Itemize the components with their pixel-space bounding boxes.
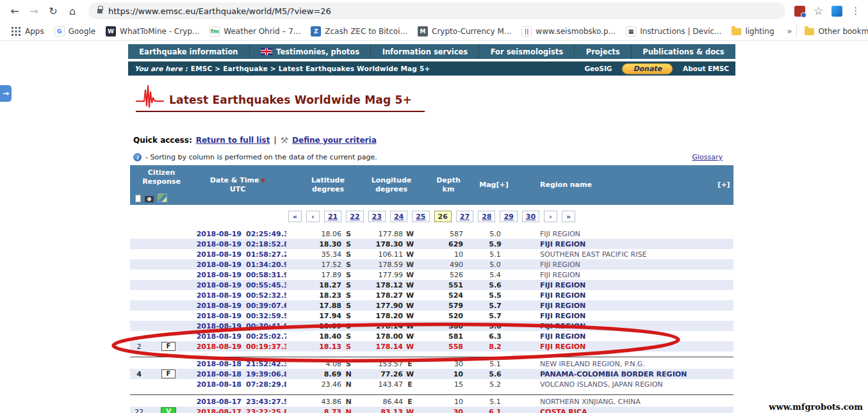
cell-lat: 17.52: [286, 261, 341, 269]
cell-depth: 490: [417, 261, 463, 269]
earthquake-row[interactable]: 2018-08-1900:52:32.518.23S178.27W5245.5F…: [130, 290, 733, 300]
camera-icon[interactable]: [145, 196, 154, 202]
browser-menu-icon[interactable]: ⋮: [851, 5, 860, 17]
bookmark-item[interactable]: WWhatToMine - Cryp...: [101, 24, 204, 38]
earthquake-row[interactable]: 2018-08-1900:32:59.517.94S178.20W5205.7F…: [130, 311, 733, 321]
define-criteria-link[interactable]: Define your criteria: [292, 136, 377, 145]
page-first-button[interactable]: «: [288, 211, 302, 222]
cell-region: FIJI REGION: [505, 271, 714, 279]
about-emsc-link[interactable]: About EMSC: [683, 65, 729, 72]
citizen-response-badge[interactable]: F: [161, 369, 176, 378]
reload-button[interactable]: ↻: [45, 3, 61, 19]
header-magnitude[interactable]: Mag[+]: [463, 165, 505, 205]
side-panel-tab[interactable]: →: [0, 85, 12, 102]
header-longitude[interactable]: Longitude degrees: [356, 165, 417, 205]
page-button-29[interactable]: 29: [500, 211, 517, 222]
bookmark-item[interactable]: MCrypto-Currency M...: [413, 24, 516, 38]
earthquake-row[interactable]: 2018-08-1807:28:29.823.46N143.47E155.2VO…: [130, 379, 733, 389]
page-button-21[interactable]: 21: [324, 211, 341, 222]
page-button-23[interactable]: 23: [368, 211, 386, 222]
bookmark-item[interactable]: lighting: [726, 25, 779, 38]
cell-time: 07:28:29.8: [242, 380, 286, 389]
cell-lond: W: [403, 322, 417, 330]
cell-date: 2018-08-18: [189, 370, 242, 378]
cell-lond: W: [403, 408, 417, 413]
cell-date: 2018-08-19: [189, 261, 242, 269]
cell-lat: 18.13: [286, 343, 341, 351]
cell-mag: 5.1: [463, 398, 505, 406]
cell-depth: 10: [417, 398, 463, 406]
breadcrumb-path[interactable]: EMSC > Earthquake > Latest Earthquakes W…: [191, 65, 430, 72]
nav-item[interactable]: For seismologists: [479, 44, 574, 59]
nav-item[interactable]: Publications & docs: [631, 44, 735, 59]
extension-icon-blue[interactable]: [831, 6, 842, 17]
page-button-28[interactable]: 28: [478, 211, 495, 222]
donate-button[interactable]: Donate: [622, 63, 673, 74]
page-button-26[interactable]: 26: [434, 211, 452, 222]
bookmark-item[interactable]: GGoogle: [49, 24, 101, 38]
back-button[interactable]: ←: [6, 3, 23, 19]
bookmarks-overflow-chevron[interactable]: »: [783, 26, 796, 36]
header-citizen-response[interactable]: Citizen Response: [130, 165, 189, 205]
header-latitude[interactable]: Latitude degrees: [286, 165, 356, 205]
earthquake-row[interactable]: 2018-08-1900:30:41.918.09S178.14W5805.6F…: [130, 321, 733, 331]
earthquake-row[interactable]: 2018-08-1900:39:07.617.88S177.90W5795.7F…: [130, 300, 733, 311]
bookmark-item[interactable]: ||www.seismobsko.p...: [516, 24, 621, 38]
cell-date: 2018-08-19: [189, 322, 242, 330]
page-next-button[interactable]: ›: [544, 211, 557, 222]
cell-depth: 30: [417, 408, 463, 413]
extension-icon-red[interactable]: [794, 6, 805, 17]
earthquake-row[interactable]: 2018-08-1901:34:20.917.52S178.59W4905.0F…: [130, 259, 733, 270]
address-bar[interactable]: https://www.emsc.eu/Earthquake/world/M5/…: [88, 3, 785, 19]
earthquake-row[interactable]: 2018-08-1902:25:49.318.06S177.88W5875.0F…: [130, 229, 733, 239]
citizen-response-badge[interactable]: F: [161, 342, 176, 351]
geosig-link[interactable]: GeoSIG: [584, 65, 612, 72]
earthquake-row[interactable]: 4F2018-08-1819:39:06.88.69N77.26W105.6PA…: [130, 369, 733, 379]
return-to-full-list-link[interactable]: Return to full list: [196, 136, 270, 145]
nav-item[interactable]: Projects: [574, 44, 630, 59]
glossary-link[interactable]: Glossary: [692, 153, 723, 161]
earthquake-row[interactable]: 2018-08-1900:25:02.718.40S178.00W5816.3F…: [130, 331, 733, 341]
citizen-response-badge[interactable]: V: [161, 407, 176, 413]
header-expand[interactable]: [+]: [714, 165, 733, 205]
cell-lon: 178.30: [356, 240, 403, 248]
page-button-27[interactable]: 27: [456, 211, 473, 222]
nav-item[interactable]: Information services: [370, 44, 479, 59]
bookmark-star-icon[interactable]: ☆: [814, 6, 823, 17]
forward-button[interactable]: →: [26, 3, 42, 19]
header-date-time[interactable]: Date & Time▼ UTC: [189, 165, 286, 205]
earthquake-row[interactable]: 2018-08-1900:55:45.318.27S178.12W5515.6F…: [130, 280, 733, 290]
apps-button[interactable]: Apps: [6, 25, 49, 38]
earthquake-row[interactable]: 2F2018-08-1900:19:37.318.13S178.14W5588.…: [130, 341, 733, 352]
page-button-25[interactable]: 25: [412, 211, 429, 222]
bookmark-item[interactable]: ▦Instructions | Devic...: [621, 24, 726, 38]
folder-icon: [805, 28, 814, 35]
earthquake-row[interactable]: 2018-08-1900:58:31.917.89S177.99W5265.4F…: [130, 270, 733, 280]
nav-item[interactable]: Testimonies, photos: [249, 44, 371, 59]
earthquake-row[interactable]: 22V2018-08-1723:22:25.88.73N83.13W306.1C…: [130, 407, 733, 413]
header-depth[interactable]: Depth km: [417, 165, 463, 205]
other-bookmarks[interactable]: Other bookmarks: [796, 25, 868, 38]
cell-latd: S: [341, 343, 356, 351]
earthquake-row[interactable]: 2018-08-1723:43:27.543.86N86.44E105.1NOR…: [130, 396, 733, 407]
favicon: W: [106, 26, 116, 36]
page-prev-button[interactable]: ‹: [306, 211, 320, 222]
bookmark-item[interactable]: fmWeather Ohrid – 7...: [204, 24, 306, 38]
page-button-24[interactable]: 24: [390, 211, 407, 222]
cell-mag: 5.5: [463, 291, 505, 300]
page-last-button[interactable]: »: [562, 211, 575, 222]
bookmark-item[interactable]: ZZcash ZEC to Bitcoi...: [306, 24, 413, 38]
page-button-30[interactable]: 30: [522, 211, 539, 222]
header-region[interactable]: Region name: [505, 165, 714, 205]
home-button[interactable]: ⌂: [64, 3, 81, 19]
map-icon[interactable]: [158, 193, 167, 202]
uk-flag-icon: [261, 48, 272, 55]
earthquake-row[interactable]: 2018-08-1901:58:27.235.34S106.11W105.1SO…: [130, 249, 733, 259]
earthquake-row[interactable]: 2018-08-1821:52:42.34.08S153.57E305.1NEW…: [130, 359, 733, 369]
document-icon[interactable]: [135, 195, 141, 202]
bookmark-label: Zcash ZEC to Bitcoi...: [325, 27, 407, 36]
earthquake-row[interactable]: 2018-08-1902:18:52.818.30S178.30W6295.9F…: [130, 239, 733, 249]
cell-lond: W: [403, 343, 417, 351]
page-button-22[interactable]: 22: [346, 211, 363, 222]
nav-item[interactable]: Earthquake information: [128, 44, 249, 59]
